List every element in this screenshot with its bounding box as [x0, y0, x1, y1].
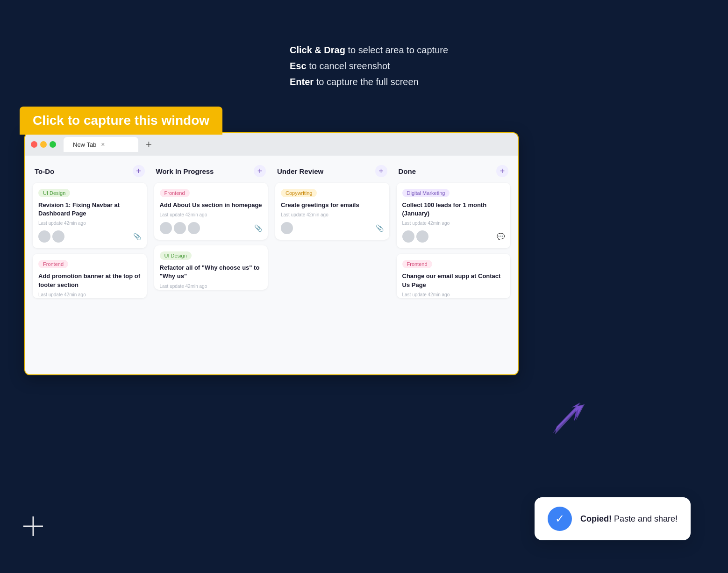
- avatar: [416, 230, 428, 243]
- card-meta: Last update 42min ago: [402, 292, 505, 297]
- new-tab-button[interactable]: +: [142, 138, 156, 150]
- copied-check-icon: ✓: [548, 507, 572, 531]
- browser-tab-active[interactable]: New Tab ×: [64, 137, 138, 152]
- avatar: [174, 222, 186, 234]
- card-tag: Frontend: [38, 260, 68, 268]
- copied-bold: Copied!: [580, 514, 612, 523]
- column-todo-add[interactable]: +: [133, 165, 145, 177]
- column-review-title: Under Review: [277, 167, 323, 175]
- column-review-header: Under Review +: [275, 165, 389, 177]
- attachment-icon: 📎: [133, 233, 141, 240]
- card-footer: 📎: [38, 230, 141, 243]
- tab-label: New Tab: [73, 141, 96, 148]
- column-wip-add[interactable]: +: [254, 165, 266, 177]
- card-meta: Last update 42min ago: [160, 212, 263, 217]
- window-controls: [31, 141, 56, 148]
- avatar: [188, 222, 200, 234]
- card-meta: Last update 42min ago: [160, 284, 263, 289]
- key-esc: Esc: [290, 61, 307, 71]
- browser-tabbar: New Tab × +: [25, 133, 518, 156]
- attachment-icon: 📎: [376, 224, 384, 232]
- card-meta: Last update 42min ago: [402, 221, 505, 226]
- card-todo-2[interactable]: Frontend Add promotion banner at the top…: [33, 254, 147, 298]
- card-wip-1[interactable]: Frontend Add About Us section in homepag…: [154, 183, 268, 240]
- close-dot[interactable]: [31, 141, 37, 148]
- attachment-icon: 📎: [254, 224, 262, 232]
- card-footer: 💬: [402, 230, 505, 243]
- avatar: [281, 222, 293, 234]
- column-wip: Work In Progress + Frontend Add About Us…: [154, 165, 268, 365]
- comment-icon: 💬: [497, 233, 505, 240]
- card-avatars: [281, 222, 293, 234]
- card-tag: Frontend: [402, 260, 432, 268]
- card-review-1[interactable]: Copywriting Create greetings for emails …: [275, 183, 389, 240]
- instruction-line-1: Click & Drag to select area to capture: [290, 42, 448, 58]
- column-review: Under Review + Copywriting Create greeti…: [275, 165, 389, 365]
- card-tag: UI Design: [160, 251, 192, 260]
- card-done-2[interactable]: Frontend Change our email supp at Contac…: [397, 254, 511, 298]
- copied-text: Copied! Paste and share!: [580, 514, 678, 524]
- card-footer: 📎: [281, 222, 384, 234]
- card-avatars: [402, 230, 428, 243]
- card-title: Collect 100 leads for 1 month (January): [402, 201, 505, 218]
- card-avatars: [160, 222, 200, 234]
- maximize-dot[interactable]: [50, 141, 56, 148]
- key-drag: Click & Drag: [290, 45, 345, 55]
- column-wip-title: Work In Progress: [156, 167, 214, 175]
- instruction-line-2: Esc to cancel sreenshot: [290, 58, 448, 74]
- column-todo-title: To-Do: [35, 167, 54, 175]
- card-title: Refactor all of "Why choose us" to "Why …: [160, 264, 263, 280]
- column-todo-header: To-Do +: [33, 165, 147, 177]
- card-title: Change our email supp at Contact Us Page: [402, 272, 505, 289]
- svg-marker-1: [555, 402, 585, 434]
- card-tag: UI Design: [38, 189, 70, 197]
- card-title: Add About Us section in homepage: [160, 201, 263, 209]
- avatar: [402, 230, 414, 243]
- capture-banner[interactable]: Click to capture this window: [20, 107, 222, 135]
- copied-rest: Paste and share!: [612, 514, 678, 523]
- card-done-1[interactable]: Digital Marketing Collect 100 leads for …: [397, 183, 511, 248]
- avatar: [38, 230, 50, 243]
- crosshair-cursor: [22, 516, 44, 541]
- kanban-columns: To-Do + UI Design Revision 1: Fixing Nav…: [33, 165, 510, 365]
- card-meta: Last update 42min ago: [281, 212, 384, 217]
- card-todo-1[interactable]: UI Design Revision 1: Fixing Navbar at D…: [33, 183, 147, 248]
- instruction-line-3: Enter to capture the full screen: [290, 74, 448, 90]
- card-tag: Copywriting: [281, 189, 317, 197]
- avatar: [160, 222, 172, 234]
- card-title: Create greetings for emails: [281, 201, 384, 209]
- column-done-header: Done +: [397, 165, 511, 177]
- kanban-board: To-Do + UI Design Revision 1: Fixing Nav…: [25, 156, 518, 374]
- purple-arrow-decoration: [548, 401, 585, 440]
- column-done: Done + Digital Marketing Collect 100 lea…: [397, 165, 511, 365]
- browser-window: New Tab × + To-Do + UI Design Revision 1…: [24, 132, 519, 375]
- tab-close-button[interactable]: ×: [101, 141, 105, 148]
- card-tag: Frontend: [160, 189, 190, 197]
- card-footer: 📎: [160, 222, 263, 234]
- column-review-add[interactable]: +: [375, 165, 387, 177]
- card-title: Add promotion banner at the top of foote…: [38, 272, 141, 289]
- key-enter: Enter: [290, 77, 314, 87]
- minimize-dot[interactable]: [40, 141, 47, 148]
- card-avatars: [38, 230, 64, 243]
- card-title: Revision 1: Fixing Navbar at Dashboard P…: [38, 201, 141, 218]
- copied-notification: ✓ Copied! Paste and share!: [535, 497, 691, 540]
- column-done-title: Done: [399, 167, 416, 175]
- card-tag: Digital Marketing: [402, 189, 450, 197]
- card-meta: Last update 42min ago: [38, 221, 141, 226]
- capture-window[interactable]: Click to capture this window New Tab × +: [20, 107, 524, 382]
- card-meta: Last update 42min ago: [38, 292, 141, 297]
- avatar: [52, 230, 64, 243]
- column-wip-header: Work In Progress +: [154, 165, 268, 177]
- column-todo: To-Do + UI Design Revision 1: Fixing Nav…: [33, 165, 147, 365]
- instructions-panel: Click & Drag to select area to capture E…: [290, 42, 448, 90]
- card-wip-2[interactable]: UI Design Refactor all of "Why choose us…: [154, 245, 268, 290]
- column-done-add[interactable]: +: [496, 165, 508, 177]
